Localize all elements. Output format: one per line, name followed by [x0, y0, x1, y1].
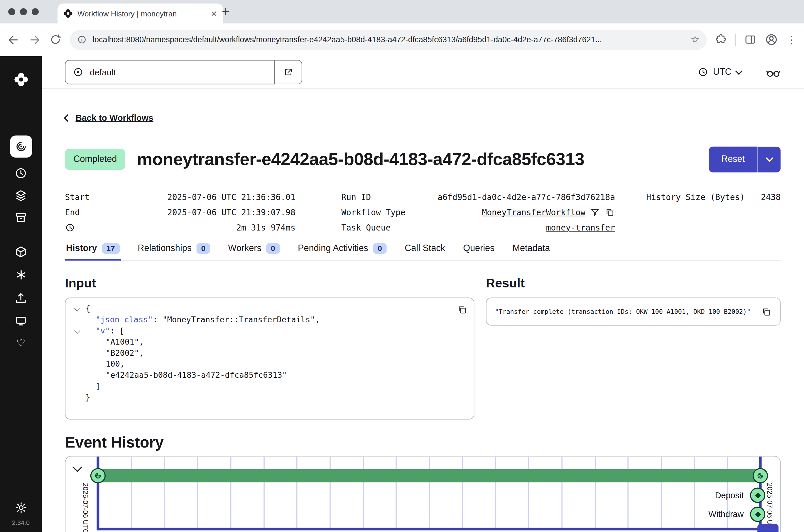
timezone-picker[interactable]: UTC — [698, 67, 742, 77]
side-panel-icon[interactable] — [744, 34, 756, 46]
tab-workers[interactable]: Workers0 — [227, 240, 281, 261]
timeline-gridline — [528, 457, 529, 528]
code-line: "e4242aa5-b08d-4183-a472-dfca85fc6313" — [74, 370, 465, 381]
code-line: ] — [74, 381, 465, 392]
task-queue-label: Task Queue — [341, 223, 391, 232]
nav-heart-icon[interactable]: ♡ — [16, 338, 25, 347]
copy-result-icon[interactable] — [761, 306, 772, 317]
extensions-puzzle-icon[interactable] — [715, 34, 727, 46]
forward-icon[interactable] — [28, 33, 41, 46]
workflow-duration-bar[interactable] — [98, 469, 761, 482]
code-line: { — [74, 304, 465, 315]
timeline-gridline — [628, 457, 629, 528]
collapse-caret-icon[interactable] — [74, 328, 80, 334]
timeline-gridline — [131, 457, 132, 528]
namespace-selector[interactable]: default — [65, 60, 275, 84]
copy-input-icon[interactable] — [457, 304, 467, 315]
timeline-gridline — [429, 457, 430, 528]
nav-archive-icon[interactable] — [14, 211, 27, 224]
reload-icon[interactable] — [49, 34, 62, 46]
back-to-workflows[interactable]: Back to Workflows — [65, 113, 781, 123]
diamond-icon — [755, 492, 761, 498]
activity-event-marker-icon[interactable] — [750, 488, 765, 503]
history-size-label: History Size (Bytes) — [646, 192, 745, 202]
nav-upload-icon[interactable] — [14, 291, 27, 304]
timeline-gridline — [363, 457, 364, 528]
url-text[interactable]: localhost:8080/namespaces/default/workfl… — [93, 35, 685, 44]
timeline-start-line — [96, 457, 99, 531]
input-heading: Input — [65, 276, 474, 291]
back-link-label[interactable]: Back to Workflows — [75, 113, 153, 123]
workflow-start-marker-icon[interactable] — [90, 468, 106, 483]
timeline-gridline — [694, 457, 695, 528]
tab-label: Pending Activities — [298, 243, 368, 254]
new-tab-button[interactable]: + — [222, 5, 229, 19]
tab-pending-activities[interactable]: Pending Activities0 — [297, 240, 388, 261]
copy-icon[interactable] — [605, 207, 615, 217]
status-badge: Completed — [65, 149, 125, 170]
nav-screen-icon[interactable] — [14, 315, 27, 328]
tab-title: Workflow History | moneytran — [77, 9, 206, 18]
timeline-gridline — [561, 457, 562, 528]
window-zoom-button[interactable] — [32, 8, 39, 15]
end-value: 2025-07-06 UTC 21:39:07.98 — [167, 208, 296, 217]
tab-close-icon[interactable]: ✕ — [211, 9, 217, 18]
filter-funnel-icon[interactable] — [590, 207, 600, 217]
tab-relationships[interactable]: Relationships0 — [137, 240, 211, 261]
collapse-caret-icon[interactable] — [74, 306, 80, 312]
main-area: default UTC Back to Workfl — [42, 56, 804, 532]
workflow-details: Start2025-07-06 UTC 21:36:36.01 End2025-… — [65, 189, 781, 235]
reset-dropdown-button[interactable] — [758, 146, 781, 172]
nav-clock-history-icon[interactable] — [14, 167, 27, 180]
address-bar[interactable]: localhost:8080/namespaces/default/workfl… — [70, 30, 707, 50]
scroll-down-button[interactable]: ↓ — [758, 524, 779, 532]
code-line: "B2002", — [74, 348, 465, 359]
nav-asterisk-icon[interactable] — [15, 269, 27, 281]
temporal-favicon-icon — [63, 9, 73, 18]
result-heading: Result — [486, 276, 781, 291]
browser-chrome: Workflow History | moneytran ✕ + localho… — [0, 0, 804, 56]
task-queue-link[interactable]: money-transfer — [546, 223, 615, 232]
workflow-title: moneytransfer-e4242aa5-b08d-4183-a472-df… — [137, 149, 584, 169]
code-line: "json_class": "MoneyTransfer::TransferDe… — [74, 315, 465, 326]
back-icon[interactable] — [7, 33, 20, 46]
timeline-gridline — [197, 457, 198, 528]
activity-event-marker-icon[interactable] — [750, 507, 765, 522]
tab-label: History — [66, 243, 97, 254]
bookmark-star-icon[interactable]: ☆ — [691, 34, 700, 46]
labs-glasses-icon[interactable] — [766, 65, 781, 79]
timeline-collapse-icon[interactable] — [73, 462, 82, 472]
timeline-axis — [98, 528, 761, 531]
window-minimize-button[interactable] — [20, 8, 27, 15]
workflow-end-marker-icon[interactable] — [753, 468, 768, 483]
site-info-icon[interactable] — [77, 35, 87, 44]
window-controls[interactable] — [8, 8, 39, 15]
timeline-gridline — [462, 457, 463, 528]
timeline-gridline — [296, 457, 298, 528]
temporal-logo-icon[interactable] — [14, 72, 28, 87]
tab-metadata[interactable]: Metadata — [511, 240, 551, 261]
browser-menu-icon[interactable]: ⋮ — [786, 34, 797, 45]
workflow-type-link[interactable]: MoneyTransferWorkflow — [482, 208, 585, 217]
code-line: "A1001", — [74, 337, 465, 348]
tab-history[interactable]: History17 — [65, 240, 120, 261]
nav-cube-icon[interactable] — [14, 245, 27, 259]
nav-workflows-spiral-icon[interactable] — [10, 135, 32, 158]
theme-sun-icon[interactable] — [15, 501, 27, 514]
input-json-viewer: {"json_class": "MoneyTransfer::TransferD… — [65, 298, 474, 420]
code-line: } — [74, 392, 465, 403]
nav-layers-icon[interactable] — [14, 189, 27, 202]
lane-label: Deposit — [715, 491, 744, 500]
browser-tab[interactable]: Workflow History | moneytran ✕ — [57, 3, 223, 23]
code-line: "v": [ — [74, 325, 465, 337]
reset-button[interactable]: Reset — [709, 146, 758, 172]
tab-queries[interactable]: Queries — [462, 240, 496, 261]
tab-call-stack[interactable]: Call Stack — [404, 240, 446, 261]
open-namespace-button[interactable] — [275, 60, 302, 84]
timezone-label: UTC — [713, 67, 731, 77]
tab-count-badge: 0 — [373, 243, 387, 254]
run-id-value: a6fd95d1-da0c-4d2e-a77c-786f3d76218a — [437, 192, 615, 202]
profile-avatar-icon[interactable] — [765, 33, 778, 46]
namespace-name: default — [90, 67, 116, 77]
window-close-button[interactable] — [8, 8, 15, 15]
